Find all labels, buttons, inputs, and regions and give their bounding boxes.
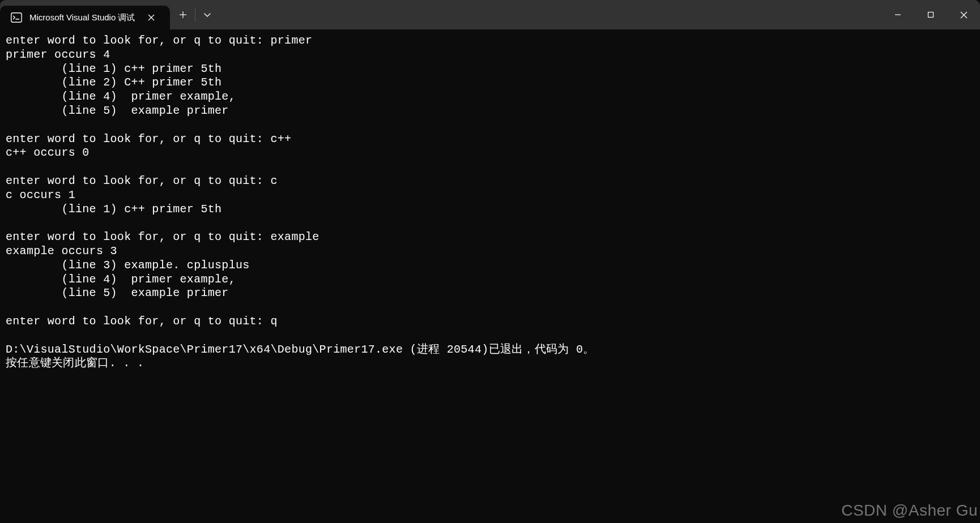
terminal-icon	[10, 11, 23, 24]
window-close-button[interactable]	[947, 0, 980, 29]
titlebar-drag-area[interactable]	[217, 0, 881, 29]
watermark: CSDN @Asher Gu	[841, 501, 978, 520]
maximize-button[interactable]	[914, 0, 947, 29]
divider	[195, 8, 195, 22]
tab-title: Microsoft Visual Studio 调试	[29, 12, 135, 23]
plus-icon	[179, 11, 187, 19]
svg-rect-7	[928, 12, 934, 18]
close-icon	[960, 11, 968, 19]
close-icon	[148, 14, 155, 21]
new-tab-button[interactable]	[173, 5, 193, 24]
titlebar: Microsoft Visual Studio 调试	[0, 0, 980, 29]
minimize-icon	[894, 11, 901, 18]
window-controls	[881, 0, 980, 29]
tab-dropdown-button[interactable]	[198, 5, 217, 24]
chevron-down-icon	[203, 12, 211, 18]
svg-rect-0	[11, 13, 22, 23]
active-tab[interactable]: Microsoft Visual Studio 调试	[0, 6, 170, 29]
minimize-button[interactable]	[881, 0, 914, 29]
tab-close-button[interactable]	[142, 8, 161, 27]
titlebar-actions	[173, 0, 217, 29]
maximize-icon	[927, 11, 934, 18]
terminal-output[interactable]: enter word to look for, or q to quit: pr…	[0, 29, 980, 375]
